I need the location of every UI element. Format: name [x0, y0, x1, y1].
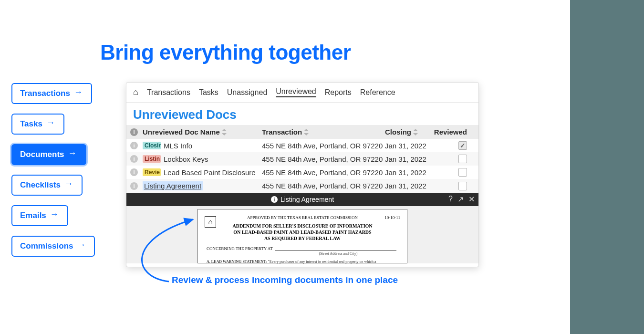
transaction-cell: 455 NE 84th Ave, Portland, OR 97220	[262, 168, 385, 177]
closing-cell: Jan 31, 2022	[385, 168, 429, 177]
transaction-cell: 455 NE 84th Ave, Portland, OR 97220	[262, 182, 385, 190]
reviewed-checkbox[interactable]	[458, 155, 467, 163]
document-page: 10-10-11 APPROVED BY THE TEXAS REAL ESTA…	[197, 209, 407, 263]
col-transaction[interactable]: Transaction	[262, 128, 385, 136]
info-icon: i	[130, 142, 138, 149]
arrow-right-icon	[50, 212, 60, 219]
doc-name-cell: Listin Lockbox Keys	[143, 155, 262, 163]
closing-cell: Jan 31, 2022	[385, 142, 429, 150]
tab-checklists[interactable]: Checklists	[11, 175, 83, 196]
background-strip	[570, 0, 644, 334]
panel-nav: ⌂ Transactions Tasks Unassigned Unreview…	[126, 83, 478, 103]
arrow-right-icon	[68, 151, 78, 158]
closing-cell: Jan 31, 2022	[385, 155, 429, 163]
expand-icon[interactable]: ↗	[457, 195, 464, 204]
arrow-right-icon	[77, 243, 86, 250]
tab-tasks[interactable]: Tasks	[11, 114, 64, 135]
tab-commissions[interactable]: Commissions	[11, 236, 95, 257]
nav-unreviewed[interactable]: Unreviewed	[276, 87, 316, 97]
table-row[interactable]: i Closir MLS Info 455 NE 84th Ave, Portl…	[126, 139, 478, 152]
nav-reports[interactable]: Reports	[325, 88, 352, 97]
tab-label: Emails	[20, 211, 46, 220]
table-row[interactable]: i Listin Lockbox Keys 455 NE 84th Ave, P…	[126, 152, 478, 166]
arrow-right-icon	[64, 182, 74, 188]
tab-documents[interactable]: Documents	[11, 144, 86, 165]
doc-name-cell: Listing Agreement	[143, 181, 262, 190]
tab-emails[interactable]: Emails	[11, 205, 68, 226]
transaction-cell: 455 NE 84th Ave, Portland, OR 97220	[262, 142, 385, 150]
arrow-right-icon	[74, 90, 83, 97]
close-icon[interactable]: ✕	[468, 195, 475, 204]
col-reviewed: Reviewed	[429, 128, 467, 136]
transaction-cell: 455 NE 84th Ave, Portland, OR 97220	[262, 155, 385, 163]
info-icon: i	[130, 155, 138, 163]
nav-tasks[interactable]: Tasks	[199, 88, 218, 97]
tab-label: Commissions	[20, 241, 73, 251]
help-icon[interactable]: ?	[448, 195, 453, 204]
tab-label: Documents	[20, 150, 64, 159]
annotation-arrow	[126, 210, 207, 286]
table-row[interactable]: i Revie Lead Based Paint Disclosure 455 …	[126, 166, 478, 179]
tab-transactions[interactable]: Transactions	[11, 83, 92, 104]
nav-reference[interactable]: Reference	[360, 88, 395, 97]
doc-name-cell: Revie Lead Based Paint Disclosure	[143, 168, 262, 177]
home-icon[interactable]: ⌂	[133, 87, 138, 97]
tab-label: Transactions	[20, 89, 70, 98]
table-header: i Unreviewed Doc Name Transaction Closin…	[126, 125, 478, 139]
reviewed-checkbox[interactable]	[458, 141, 467, 150]
blank-line	[275, 246, 396, 251]
info-icon: i	[130, 168, 138, 176]
arrow-right-icon	[46, 121, 56, 127]
info-icon: i	[130, 182, 138, 190]
sort-icon	[413, 129, 418, 136]
stage-tag: Listin	[143, 155, 161, 163]
stage-tag: Closir	[143, 142, 161, 149]
sort-icon	[222, 129, 227, 136]
doc-name: Lead Based Paint Disclosure	[164, 168, 256, 177]
doc-name: Listing Agreement	[143, 181, 203, 190]
nav-unassigned[interactable]: Unassigned	[227, 88, 268, 97]
preview-header: i Listing Agreement ? ↗ ✕	[126, 193, 478, 206]
feature-tabs: Transactions Tasks Documents Checklists …	[11, 83, 95, 257]
page-headline: Bring everything together	[100, 41, 351, 64]
doc-paragraph: A. LEAD WARNING STATEMENT: "Every purcha…	[207, 260, 398, 264]
tab-label: Tasks	[20, 119, 42, 129]
nav-transactions[interactable]: Transactions	[147, 88, 190, 97]
reviewed-checkbox[interactable]	[458, 182, 467, 190]
tab-label: Checklists	[20, 180, 61, 190]
doc-name: Lockbox Keys	[164, 155, 208, 163]
form-number: 10-10-11	[384, 215, 400, 220]
field-sub: (Street Address and City)	[207, 251, 398, 256]
col-name[interactable]: Unreviewed Doc Name	[143, 128, 262, 136]
panel-title: Unreviewed Docs	[126, 103, 478, 125]
approved-text: APPROVED BY THE TEXAS REAL ESTATE COMMIS…	[207, 215, 398, 220]
info-icon: i	[271, 196, 278, 203]
sort-icon	[304, 129, 309, 136]
table-row[interactable]: i Listing Agreement 455 NE 84th Ave, Por…	[126, 179, 478, 193]
doc-name: MLS Info	[164, 142, 192, 150]
concerning-field: CONCERNING THE PROPERTY AT	[207, 246, 398, 251]
col-closing[interactable]: Closing	[385, 128, 429, 136]
doc-heading: ADDENDUM FOR SELLER'S DISCLOSURE OF INFO…	[207, 223, 398, 241]
closing-cell: Jan 31, 2022	[385, 182, 429, 190]
stage-tag: Revie	[143, 168, 161, 176]
preview-title: Listing Agreement	[280, 196, 334, 203]
reviewed-checkbox[interactable]	[458, 168, 467, 177]
info-icon: i	[130, 128, 138, 136]
doc-name-cell: Closir MLS Info	[143, 142, 262, 150]
